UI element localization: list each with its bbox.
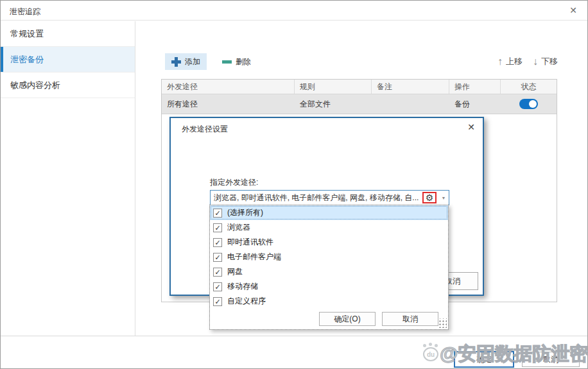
option-label: 即时通讯软件 <box>227 237 273 248</box>
move-down-button[interactable]: ↓ 下移 <box>533 56 558 67</box>
move-up-label: 上移 <box>506 56 523 67</box>
combobox-value: 浏览器, 即时通讯软件, 电子邮件客户端, 网盘, 移动存储, 自... <box>214 193 422 203</box>
sidebar: 常规设置 泄密备份 敏感内容分析 <box>1 21 135 336</box>
gear-highlight-box[interactable]: ⚙ <box>422 192 437 203</box>
checkbox-checked-icon[interactable]: ✓ <box>213 253 222 262</box>
move-down-label: 下移 <box>541 56 558 67</box>
dropdown-cancel-button[interactable]: 取消 <box>382 312 438 326</box>
cell-action: 备份 <box>449 99 501 110</box>
window-close-icon[interactable]: ✕ <box>569 4 577 16</box>
column-header-action: 操作 <box>449 80 501 94</box>
dropdown-footer: 确定(O) 取消 <box>210 307 448 329</box>
title-bar: 泄密追踪 ✕ <box>1 1 587 21</box>
option-cloud-drive[interactable]: ✓ 网盘 <box>210 264 448 279</box>
modal-title: 外发途径设置 <box>182 124 228 135</box>
sidebar-item-general-settings[interactable]: 常规设置 <box>1 21 135 47</box>
option-label: 网盘 <box>227 266 243 277</box>
path-select-dropdown: ✓ (选择所有) ✓ 浏览器 ✓ 即时通讯软件 ✓ 电子邮件客户端 ✓ 网盘 ✓… <box>209 205 449 330</box>
leak-tracking-window: 泄密追踪 ✕ 常规设置 泄密备份 敏感内容分析 添加 删除 ↑ 上移 ↓ <box>0 0 588 369</box>
option-label: 浏览器 <box>227 222 250 233</box>
column-header-rule: 规则 <box>295 80 372 94</box>
option-label: 移动存储 <box>227 281 258 292</box>
arrow-up-icon: ↑ <box>497 56 503 67</box>
field-label: 指定外发途径: <box>210 177 258 188</box>
window-title: 泄密追踪 <box>10 6 40 17</box>
table-header: 外发途径 规则 备注 操作 状态 <box>162 80 557 94</box>
column-header-path: 外发途径 <box>162 80 295 94</box>
chevron-down-icon[interactable]: ▼ <box>438 191 449 205</box>
plus-icon <box>171 57 181 67</box>
column-header-status: 状态 <box>501 80 557 94</box>
sidebar-item-label: 敏感内容分析 <box>10 80 60 90</box>
footer-ok-button[interactable]: 确定 <box>454 351 514 368</box>
option-im-software[interactable]: ✓ 即时通讯软件 <box>210 235 448 250</box>
cell-status <box>501 99 557 109</box>
option-label: 电子邮件客户端 <box>227 252 281 262</box>
arrow-down-icon: ↓ <box>533 56 538 67</box>
checkbox-checked-icon[interactable]: ✓ <box>213 268 222 277</box>
footer-divider <box>1 336 587 336</box>
toggle-knob <box>529 100 537 108</box>
option-removable-storage[interactable]: ✓ 移动存储 <box>210 279 448 294</box>
add-button[interactable]: 添加 <box>165 53 207 70</box>
delete-button[interactable]: 删除 <box>216 53 257 70</box>
watermark-logo-icon: du <box>423 347 438 361</box>
column-header-note: 备注 <box>372 80 449 94</box>
cell-path: 所有途径 <box>162 99 295 110</box>
checkbox-checked-icon[interactable]: ✓ <box>213 238 222 247</box>
minus-icon <box>222 60 232 64</box>
move-controls: ↑ 上移 ↓ 下移 <box>497 53 558 70</box>
modal-close-icon[interactable]: ✕ <box>467 122 475 132</box>
resize-grip[interactable] <box>438 318 447 328</box>
add-button-label: 添加 <box>185 56 200 67</box>
table-row[interactable]: 所有途径 全部文件 备份 <box>162 94 557 114</box>
footer-cancel-button[interactable]: 取消 <box>522 352 580 367</box>
sidebar-item-leak-backup[interactable]: 泄密备份 <box>1 47 135 73</box>
option-label: 自定义程序 <box>227 296 266 307</box>
option-label: (选择所有) <box>227 207 263 218</box>
option-select-all[interactable]: ✓ (选择所有) <box>210 205 448 220</box>
delete-button-label: 删除 <box>236 56 251 67</box>
dropdown-ok-button[interactable]: 确定(O) <box>319 312 376 326</box>
checkbox-checked-icon[interactable]: ✓ <box>213 209 222 218</box>
option-browser[interactable]: ✓ 浏览器 <box>210 220 448 235</box>
option-custom-program[interactable]: ✓ 自定义程序 <box>210 294 448 309</box>
status-toggle[interactable] <box>519 99 538 109</box>
checkbox-checked-icon[interactable]: ✓ <box>213 223 222 232</box>
outgoing-path-combobox[interactable]: 浏览器, 即时通讯软件, 电子邮件客户端, 网盘, 移动存储, 自... ⚙ ▼ <box>210 190 449 205</box>
cell-rule: 全部文件 <box>295 99 372 110</box>
sidebar-item-sensitive-content-analysis[interactable]: 敏感内容分析 <box>1 73 135 98</box>
move-up-button[interactable]: ↑ 上移 <box>497 56 523 67</box>
gear-icon: ⚙ <box>426 193 434 202</box>
sidebar-item-label: 常规设置 <box>10 29 44 39</box>
option-email-client[interactable]: ✓ 电子邮件客户端 <box>210 250 448 264</box>
checkbox-checked-icon[interactable]: ✓ <box>213 282 222 291</box>
sidebar-item-label: 泄密备份 <box>10 55 44 64</box>
toolbar: 添加 删除 <box>165 53 257 70</box>
checkbox-checked-icon[interactable]: ✓ <box>213 297 222 306</box>
